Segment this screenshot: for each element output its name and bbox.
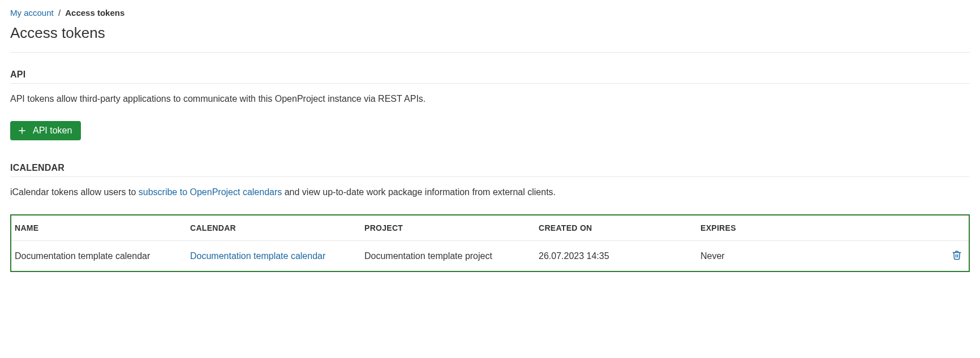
col-header-created: CREATED ON: [535, 215, 697, 241]
breadcrumb-separator: /: [58, 8, 61, 18]
subscribe-calendars-link[interactable]: subscribe to OpenProject calendars: [139, 187, 282, 197]
add-api-token-button[interactable]: API token: [10, 121, 81, 140]
col-header-actions: [940, 215, 969, 241]
col-header-name: NAME: [11, 215, 187, 241]
calendar-link[interactable]: Documentation template calendar: [190, 251, 325, 261]
plus-icon: [17, 126, 27, 136]
breadcrumb-current: Access tokens: [65, 8, 124, 18]
api-section: API API tokens allow third-party applica…: [10, 70, 970, 140]
api-heading: API: [10, 70, 970, 80]
col-header-calendar: CALENDAR: [187, 215, 361, 241]
cell-name: Documentation template calendar: [11, 241, 187, 271]
col-header-project: PROJECT: [361, 215, 535, 241]
icalendar-section: ICALENDAR iCalendar tokens allow users t…: [10, 163, 970, 272]
icalendar-tokens-table-box: NAME CALENDAR PROJECT CREATED ON EXPIRES…: [10, 214, 970, 272]
cell-expires: Never: [697, 241, 940, 271]
icalendar-heading: ICALENDAR: [10, 163, 970, 173]
trash-icon: [952, 250, 962, 262]
col-header-expires: EXPIRES: [697, 215, 940, 241]
add-api-token-label: API token: [33, 126, 72, 136]
icalendar-tokens-table: NAME CALENDAR PROJECT CREATED ON EXPIRES…: [11, 215, 969, 271]
icalendar-heading-rule: [10, 176, 970, 177]
table-header-row: NAME CALENDAR PROJECT CREATED ON EXPIRES: [11, 215, 969, 241]
cell-created: 26.07.2023 14:35: [535, 241, 697, 271]
api-description: API tokens allow third-party application…: [10, 94, 970, 104]
page-title: Access tokens: [10, 24, 970, 42]
breadcrumb-my-account[interactable]: My account: [10, 8, 54, 18]
cell-project: Documentation template project: [361, 241, 535, 271]
table-row: Documentation template calendar Document…: [11, 241, 969, 271]
cell-calendar: Documentation template calendar: [187, 241, 361, 271]
icalendar-description: iCalendar tokens allow users to subscrib…: [10, 187, 970, 197]
cell-actions: [940, 241, 969, 271]
breadcrumb: My account / Access tokens: [10, 8, 970, 18]
icalendar-desc-suffix: and view up-to-date work package informa…: [282, 187, 556, 197]
api-heading-rule: [10, 83, 970, 84]
delete-token-button[interactable]: [951, 249, 963, 263]
title-rule: [10, 52, 970, 53]
icalendar-desc-prefix: iCalendar tokens allow users to: [10, 187, 139, 197]
